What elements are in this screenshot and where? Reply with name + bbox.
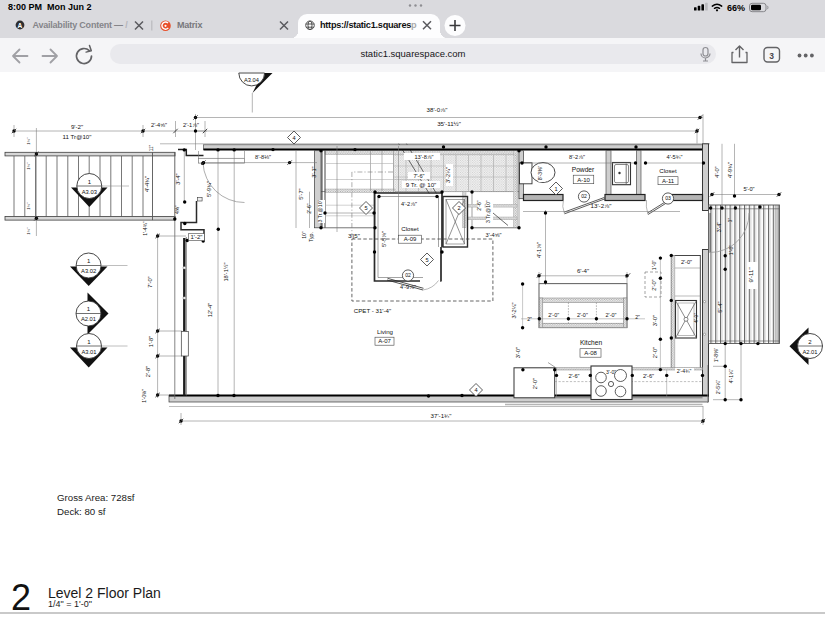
svg-text:2'-0": 2'-0" (606, 312, 617, 318)
svg-text:3'-0": 3'-0" (652, 315, 658, 326)
svg-text:1'-4¾": 1'-4¾" (142, 221, 148, 236)
svg-text:13'-8⅞": 13'-8⅞" (414, 154, 433, 160)
svg-text:4: 4 (292, 135, 295, 141)
svg-text:38'-0⅞": 38'-0⅞" (427, 106, 448, 113)
svg-text:A2.01: A2.01 (81, 316, 96, 322)
svg-text:3": 3" (728, 218, 733, 223)
svg-text:2'-6": 2'-6" (568, 373, 579, 379)
svg-text:35'-11½": 35'-11½" (437, 120, 461, 127)
svg-text:A-10: A-10 (577, 177, 590, 183)
svg-text:10": 10" (301, 231, 307, 239)
svg-text:1'-0": 1'-0" (651, 260, 657, 270)
svg-text:3'-4": 3'-4" (175, 173, 181, 184)
svg-text:5'-7": 5'-7" (298, 188, 304, 199)
svg-text:5: 5 (364, 205, 367, 211)
svg-text:1½": 1½" (26, 227, 31, 235)
svg-text:02: 02 (405, 272, 411, 278)
svg-text:4'-4¾": 4'-4¾" (144, 176, 150, 192)
svg-text:2'-0": 2'-0" (652, 347, 658, 358)
svg-text:4'-2⅞": 4'-2⅞" (401, 201, 417, 207)
svg-text:37'-1¾": 37'-1¾" (431, 412, 452, 419)
svg-text:3'-0": 3'-0" (606, 369, 616, 375)
svg-text:Closet: Closet (401, 225, 419, 232)
svg-text:2'-6": 2'-6" (643, 373, 654, 379)
svg-text:A3.03: A3.03 (82, 189, 97, 195)
svg-text:1: 1 (554, 186, 557, 192)
svg-text:A3.04: A3.04 (244, 77, 259, 83)
svg-text:4'-9¾": 4'-9¾" (727, 162, 733, 178)
svg-text:3'-2¼": 3'-2¼" (511, 303, 517, 319)
svg-text:6'-4": 6'-4" (577, 267, 589, 274)
svg-text:2'-0": 2'-0" (532, 378, 538, 389)
svg-text:9'-11": 9'-11" (747, 267, 754, 282)
svg-text:2'-8": 2'-8" (145, 366, 151, 377)
svg-text:3: 3 (769, 51, 774, 61)
svg-text:8'-3⅜": 8'-3⅜" (537, 166, 543, 181)
svg-text:4⅝": 4⅝" (174, 205, 180, 214)
svg-text:2": 2" (527, 316, 532, 322)
svg-text:5'-0": 5'-0" (743, 186, 754, 192)
svg-text:3'-4": 3'-4" (716, 222, 722, 232)
svg-text:4'-1¼": 4'-1¼" (728, 369, 734, 384)
svg-text:Closet: Closet (659, 167, 677, 174)
svg-text:2'-4⅝": 2'-4⅝" (151, 122, 167, 128)
svg-text:2'-0": 2'-0" (681, 259, 692, 265)
svg-text:3'-0": 3'-0" (515, 347, 521, 358)
svg-text:4'-1⅞": 4'-1⅞" (536, 242, 542, 258)
svg-text:1'-8⅝": 1'-8⅝" (713, 348, 719, 363)
svg-text:4'-0": 4'-0" (694, 313, 699, 323)
svg-text:7'-0": 7'-0" (147, 276, 153, 287)
svg-text:3'-1": 3'-1" (311, 166, 317, 177)
svg-text:1'-0⅝": 1'-0⅝" (142, 389, 147, 403)
svg-text:CPET - 31'-4": CPET - 31'-4" (354, 307, 391, 314)
svg-text:1'-8": 1'-8" (148, 336, 154, 347)
svg-text:7'-6": 7'-6" (413, 173, 424, 179)
svg-text:11": 11" (149, 144, 154, 151)
svg-text:2'-0": 2'-0" (548, 312, 559, 318)
svg-text:11 Tr@10": 11 Tr@10" (63, 133, 92, 140)
svg-text:9 Tr. @ 10": 9 Tr. @ 10" (406, 181, 437, 188)
svg-text:2'-6": 2'-6" (306, 203, 312, 213)
svg-text:9'-2": 9'-2" (71, 123, 83, 130)
svg-text:1½": 1½" (26, 137, 31, 145)
svg-text:5'-4": 5'-4" (717, 301, 723, 312)
svg-text:A-09: A-09 (404, 236, 417, 242)
svg-text:18'-1½": 18'-1½" (223, 262, 229, 281)
svg-text:4: 4 (474, 387, 477, 393)
svg-text:1½": 1½" (26, 162, 31, 170)
svg-text:1'-0": 1'-0" (728, 245, 734, 255)
svg-text:2'-6": 2'-6" (476, 200, 482, 210)
svg-text:A2.01: A2.01 (802, 349, 817, 355)
svg-text:A-11: A-11 (662, 178, 675, 184)
svg-text:5: 5 (425, 257, 428, 263)
svg-text:1'-2": 1'-2" (191, 234, 203, 240)
svg-text:5'-5⅞": 5'-5⅞" (381, 231, 387, 247)
svg-text:Powder: Powder (572, 166, 595, 173)
svg-text:8'-2⅞": 8'-2⅞" (569, 154, 585, 160)
svg-text:A: A (18, 22, 23, 29)
svg-text:Living: Living (377, 328, 394, 335)
svg-text:5'-9¾": 5'-9¾" (206, 181, 212, 197)
svg-text:3'|5": 3'|5" (348, 232, 360, 239)
svg-text:8'-8⅛": 8'-8⅛" (255, 154, 271, 160)
svg-text:2'-0": 2'-0" (577, 312, 588, 318)
svg-text:3'-2¼": 3'-2¼" (445, 167, 451, 183)
svg-text:3'-4⅝": 3'-4⅝" (486, 232, 502, 238)
svg-text:2'-0": 2'-0" (651, 279, 657, 290)
svg-text:1½": 1½" (26, 202, 31, 210)
svg-text:Typ.: Typ. (308, 232, 314, 242)
svg-text:02: 02 (581, 193, 587, 199)
svg-text:A-07: A-07 (378, 338, 391, 344)
svg-text:13'-2⅞": 13'-2⅞" (591, 202, 612, 209)
svg-text:12'-4": 12'-4" (207, 303, 213, 317)
svg-text:2: 2 (457, 205, 460, 211)
svg-text:2": 2" (635, 314, 640, 320)
svg-text:3 Tr.@10": 3 Tr.@10" (317, 199, 323, 222)
svg-text:03: 03 (665, 195, 671, 201)
svg-text:3 Tr.@10": 3 Tr.@10" (485, 200, 491, 223)
svg-text:4'-5¾": 4'-5¾" (667, 154, 683, 160)
svg-text:2'-5¼": 2'-5¼" (715, 380, 721, 395)
svg-text:4'-9⅞": 4'-9⅞" (400, 284, 416, 290)
svg-text:4'-0": 4'-0" (714, 166, 720, 177)
svg-text:Kitchen: Kitchen (580, 339, 602, 346)
